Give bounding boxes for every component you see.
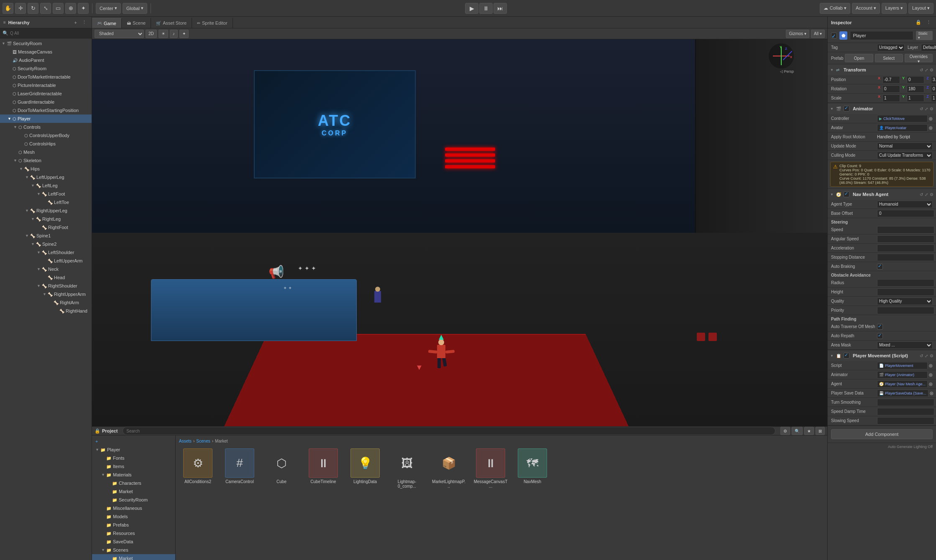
ptree-item-Market[interactable]: 📁Market: [92, 554, 175, 560]
pos-x-input[interactable]: [882, 76, 900, 84]
ptree-item-Prefabs[interactable]: 📁Prefabs: [92, 521, 175, 529]
navmesh-header[interactable]: ▼ 🧭 Nav Mesh Agent ↺ ⤢ ⚙: [828, 189, 936, 200]
hierarchy-item-LeftShoulder[interactable]: ▼🦴LeftShoulder: [0, 248, 92, 257]
hierarchy-item-Controls[interactable]: ▼⬡Controls: [0, 123, 92, 131]
pause-button[interactable]: ⏸: [479, 3, 493, 14]
player-save-target-icon[interactable]: ◎: [930, 391, 933, 395]
update-mode-select[interactable]: Normal Animate Physics Unscaled Time: [877, 143, 933, 150]
hierarchy-item-LeftFoot[interactable]: ▼🦴LeftFoot: [0, 190, 92, 198]
pm-animator-target-icon[interactable]: ◎: [929, 372, 933, 377]
angular-speed-input[interactable]: 120: [877, 235, 934, 243]
hierarchy-item-ControlsHips[interactable]: ⬡ControlsHips: [0, 140, 92, 148]
navmesh-enabled-checkbox[interactable]: [844, 191, 849, 197]
static-badge[interactable]: Static ▾: [916, 31, 933, 40]
asset-item-CameraControl[interactable]: #CameraControl: [221, 447, 258, 490]
hierarchy-item-AudioParent[interactable]: 🔊AudioParent: [0, 56, 92, 64]
auto-repath-checkbox[interactable]: [877, 333, 883, 339]
hierarchy-item-Skeleton[interactable]: ▼⬡Skeleton: [0, 156, 92, 165]
hierarchy-item-RightHand[interactable]: 🦴RightHand: [0, 307, 92, 315]
quality-select[interactable]: High Quality Medium Quality Low Quality: [877, 298, 933, 305]
avatar-target-icon[interactable]: ◎: [929, 125, 933, 130]
layer-select[interactable]: Default: [921, 44, 936, 51]
base-offset-input[interactable]: [877, 210, 934, 217]
hierarchy-item-MessageCanvas[interactable]: 🖼MessageCanvas: [0, 48, 92, 56]
auto-traverse-checkbox[interactable]: [877, 324, 883, 330]
tool-transform[interactable]: ⊕: [65, 3, 76, 14]
project-find-btn[interactable]: 🔍: [792, 427, 803, 435]
hierarchy-add-btn[interactable]: +: [73, 19, 79, 26]
shading-select[interactable]: Shaded Wireframe Shaded Wireframe: [95, 30, 144, 38]
ptree-item-Market[interactable]: 📁Market: [92, 487, 175, 496]
all-layers-select[interactable]: All ▾: [811, 30, 825, 38]
asset-item-MarketLightmapP[interactable]: 📦MarketLightmapP...: [430, 447, 468, 490]
inspector-menu-btn[interactable]: ⋮: [925, 19, 933, 26]
controller-ref-btn[interactable]: ▶ ClickToMove: [877, 115, 928, 122]
acceleration-input[interactable]: 20: [877, 244, 934, 252]
speed-damp-time-input[interactable]: 0.1: [877, 408, 934, 415]
tab-sprite-editor[interactable]: ✏ Sprite Editor: [192, 18, 233, 28]
navmesh-menu-icon[interactable]: ⚙: [930, 192, 933, 197]
player-save-ref-btn[interactable]: 💾 PlayerSaveData (Save...: [877, 389, 928, 397]
hierarchy-item-DoorToMarketInteractable[interactable]: ⬡DoorToMarketInteractable: [0, 73, 92, 81]
turn-smoothing-input[interactable]: 15: [877, 399, 934, 406]
hierarchy-item-DoorToMarketStartingPosition[interactable]: ⬡DoorToMarketStartingPosition: [0, 106, 92, 115]
play-button[interactable]: ▶: [465, 3, 478, 14]
pm-animator-ref-btn[interactable]: 🎬 Player (Animator): [877, 371, 928, 379]
pm-enabled-checkbox[interactable]: [844, 353, 849, 359]
prefab-select-btn[interactable]: Select: [875, 54, 903, 62]
hierarchy-search-input[interactable]: [10, 31, 89, 36]
hierarchy-item-Hips[interactable]: ▼🦴Hips: [0, 165, 92, 173]
tool-rect[interactable]: ▭: [53, 3, 64, 14]
hierarchy-item-RightUpperLeg[interactable]: ▼🦴RightUpperLeg: [0, 206, 92, 215]
tool-hand[interactable]: ✋: [3, 3, 13, 14]
tag-select[interactable]: Untagged: [877, 44, 905, 51]
ptree-add-btn[interactable]: +: [92, 437, 175, 445]
agent-type-select[interactable]: Humanoid: [877, 201, 933, 208]
animator-header[interactable]: ▼ 🎬 Animator ↺ ⤢ ⚙: [828, 103, 936, 114]
breadcrumb-assets[interactable]: Assets: [179, 439, 192, 443]
hierarchy-item-Spine1[interactable]: ▼🦴Spine1: [0, 232, 92, 240]
radius-input[interactable]: 0.5: [877, 279, 934, 287]
height-input[interactable]: 2: [877, 288, 934, 296]
hierarchy-item-LeftToe[interactable]: 🦴LeftToe: [0, 198, 92, 206]
ptree-item-Materials[interactable]: ▼📁Materials: [92, 471, 175, 479]
ptree-item-Characters[interactable]: 📁Characters: [92, 479, 175, 487]
prefab-open-btn[interactable]: Open: [845, 54, 873, 62]
transform-expand-icon[interactable]: ⤢: [925, 68, 928, 72]
hierarchy-item-LeftUpperArm[interactable]: 🦴LeftUpperArm: [0, 257, 92, 265]
ptree-item-Items[interactable]: 📁Items: [92, 462, 175, 471]
player-movement-header[interactable]: ▼ 📋 Player Movement (Script) ↺ ⤢ ⚙: [828, 350, 936, 361]
hierarchy-item-RightFoot[interactable]: 🦴RightFoot: [0, 223, 92, 232]
priority-input[interactable]: 50: [877, 307, 934, 314]
stopping-distance-input[interactable]: 0.15: [877, 254, 934, 261]
sc-y-input[interactable]: [907, 94, 924, 102]
project-size-slider[interactable]: ⊠: [816, 427, 825, 435]
hierarchy-item-Head[interactable]: 🦴Head: [0, 273, 92, 282]
ptree-item-Models[interactable]: 📁Models: [92, 512, 175, 521]
hierarchy-item-PictureInteractable[interactable]: ⬡PictureInteractable: [0, 81, 92, 89]
prefab-overrides-btn[interactable]: Overrides ▾: [905, 54, 933, 62]
transform-header[interactable]: ▼ ⇌ Transform ↺ ⤢ ⚙: [828, 64, 936, 75]
speed-input[interactable]: 2: [877, 226, 934, 234]
asset-item-MessageCanvasT[interactable]: ⏸MessageCanvasT...: [472, 447, 509, 490]
project-search-input[interactable]: [123, 427, 775, 435]
space-button[interactable]: Global ▾: [123, 3, 147, 14]
hierarchy-menu-btn[interactable]: ⋮: [80, 19, 88, 26]
transform-reset-icon[interactable]: ↺: [920, 68, 923, 72]
transform-menu-icon[interactable]: ⚙: [930, 68, 933, 72]
auto-braking-checkbox[interactable]: [877, 264, 883, 270]
project-star-btn[interactable]: ★: [804, 427, 814, 435]
lighting-toggle[interactable]: ☀: [159, 30, 168, 38]
tool-rotate[interactable]: ↻: [28, 3, 38, 14]
tab-asset-store[interactable]: 🛒 Asset Store: [151, 18, 192, 28]
effects-toggle[interactable]: ✦: [179, 30, 189, 38]
hierarchy-item-LeftUpperLeg[interactable]: ▼🦴LeftUpperLeg: [0, 173, 92, 181]
script-target-icon[interactable]: ◎: [929, 363, 933, 368]
animator-menu-icon[interactable]: ⚙: [930, 107, 933, 111]
layers-button[interactable]: Layers ▾: [882, 3, 907, 14]
sc-x-input[interactable]: [882, 94, 900, 102]
layout-button[interactable]: Layout ▾: [908, 3, 933, 14]
hierarchy-item-Spine2[interactable]: ▼🦴Spine2: [0, 240, 92, 248]
hierarchy-item-LaserGridInteractable[interactable]: ⬡LaserGridInteractable: [0, 89, 92, 98]
hierarchy-item-SecurityRoom[interactable]: ⬡SecurityRoom: [0, 64, 92, 73]
